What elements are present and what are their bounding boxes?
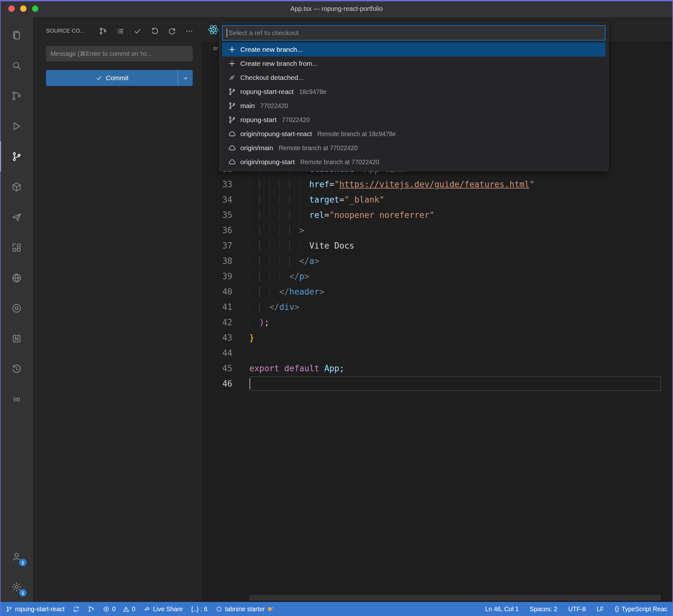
code-line[interactable]: 38 </a>	[202, 253, 673, 269]
activity-bar-item-organization[interactable]	[0, 263, 33, 293]
quick-pick-item[interactable]: origin/mainRemote branch at 77022420	[222, 141, 606, 155]
quick-pick-item[interactable]: ropung-start-react18c9478e	[222, 85, 606, 99]
indentation-status[interactable]: Spaces: 2	[529, 605, 557, 613]
discard-history-icon	[151, 27, 159, 35]
commit-message-input[interactable]: Message (⌘Enter to commit on 'ro...	[46, 46, 193, 61]
cursor-position-status[interactable]: Ln 46, Col 1	[485, 605, 519, 613]
code-lines: 32 className="App-link"33 href="https://…	[202, 162, 673, 391]
more-button[interactable]	[185, 27, 193, 35]
quick-pick-item[interactable]: Checkout detached...	[222, 71, 606, 85]
remote-rocket-icon	[11, 212, 22, 223]
code-line[interactable]: 41 </div>	[202, 299, 673, 315]
list-tree-button[interactable]	[116, 27, 124, 35]
close-window-button[interactable]	[8, 5, 15, 12]
activity-bar-item-source-control[interactable]	[0, 141, 33, 172]
sync-status[interactable]	[73, 606, 79, 612]
commit-dropdown-button[interactable]	[178, 70, 193, 86]
more-icon	[185, 27, 193, 35]
status-item-label: TypeScript Reac	[622, 605, 667, 613]
tabnine-status[interactable]: tabnine starter☛	[216, 605, 274, 613]
language-mode-status[interactable]: {}TypeScript Reac	[615, 605, 667, 613]
code-line[interactable]: 37 Vite Docs	[202, 238, 673, 253]
play-circle-icon	[11, 303, 22, 314]
graph-button[interactable]	[99, 27, 107, 35]
check-button[interactable]	[134, 27, 142, 35]
activity-bar-item-run-debug[interactable]	[0, 111, 33, 141]
activity-bar-item-git-graph[interactable]	[0, 80, 33, 111]
live-share-status[interactable]: Live Share	[144, 605, 183, 613]
package-icon	[11, 182, 22, 192]
status-item-label: ropung-start-react	[15, 605, 64, 613]
status-item-label: 0	[112, 605, 116, 613]
code-line[interactable]: 42 );	[202, 315, 673, 330]
history-icon	[11, 364, 22, 374]
activity-bar-item-settings-gear[interactable]: 1	[0, 572, 33, 602]
code-text: </div>	[249, 299, 299, 315]
activity-bar-item-extensions[interactable]	[0, 232, 33, 263]
problems-status[interactable]: 00	[103, 605, 136, 613]
commit-button-main[interactable]: Commit	[46, 74, 178, 82]
activity-bar-item-search[interactable]	[0, 50, 33, 80]
activity-bar-item-files[interactable]	[0, 20, 33, 50]
line-number: 42	[202, 315, 232, 330]
code-line[interactable]: 40 </header>	[202, 284, 673, 299]
code-line[interactable]: 36 >	[202, 223, 673, 238]
notion-icon	[11, 333, 22, 344]
cloud-icon	[228, 144, 236, 152]
eol-status[interactable]: LF	[597, 605, 604, 613]
minimize-window-button[interactable]	[20, 5, 26, 12]
quick-pick-item-description: Remote branch at 77022420	[300, 159, 379, 166]
window-accent-border-left	[0, 0, 1, 616]
code-text: </a>	[249, 253, 319, 269]
quick-pick-item[interactable]: Create new branch...	[222, 42, 606, 56]
refresh-button[interactable]	[168, 27, 176, 35]
quick-pick-item[interactable]: origin/ropung-startRemote branch at 7702…	[222, 155, 606, 169]
commit-button[interactable]: Commit	[46, 70, 193, 86]
code-line[interactable]: 45export default App;	[202, 361, 673, 376]
activity-bar-item-history[interactable]	[0, 354, 33, 384]
line-number: 45	[202, 361, 232, 376]
activity-bar-item-play-circle[interactable]	[0, 293, 33, 323]
quick-pick-item[interactable]: Create new branch from...	[222, 56, 606, 71]
chevron-down-icon	[182, 75, 189, 81]
sync-icon	[73, 606, 79, 612]
snippets-status[interactable]: {..} : 6	[191, 605, 207, 613]
code-line[interactable]: 39 </p>	[202, 269, 673, 284]
horizontal-scrollbar[interactable]	[249, 595, 661, 601]
status-item-label: Live Share	[153, 605, 183, 613]
quick-pick-item[interactable]: ropung-start77022420	[222, 113, 606, 127]
sidebar-header: SOURCE CO...	[33, 24, 202, 38]
scm-status[interactable]	[88, 606, 94, 612]
line-number: 46	[202, 376, 232, 391]
quick-pick-item[interactable]: main77022420	[222, 99, 606, 113]
activity-bar-item-accounts[interactable]: 1	[0, 541, 33, 572]
encoding-status[interactable]: UTF-8	[568, 605, 586, 613]
code-line[interactable]: 43}	[202, 330, 673, 345]
line-number: 40	[202, 284, 232, 299]
quick-pick-item-description: 18c9478e	[299, 88, 326, 95]
activity-bar-item-remote-rocket[interactable]	[0, 202, 33, 232]
zoom-window-button[interactable]	[32, 5, 38, 12]
react-file-icon	[208, 24, 219, 35]
activity-bar-item-package[interactable]	[0, 172, 33, 202]
line-number: 41	[202, 299, 232, 315]
quick-pick-item[interactable]: origin/ropung-start-reactRemote branch a…	[222, 127, 606, 141]
code-line[interactable]: 44	[202, 345, 673, 361]
branch-status[interactable]: ropung-start-react	[6, 605, 64, 613]
activity-bar-item-audio-tools[interactable]	[0, 384, 33, 414]
code-line[interactable]: 34 target="_blank"	[202, 192, 673, 207]
window-accent-border-top	[0, 0, 673, 1]
activity-bar-item-notion[interactable]	[0, 323, 33, 354]
code-line[interactable]: 35 rel="noopener noreferrer"	[202, 207, 673, 223]
window-title: App.tsx — ropung-react-portfolio	[0, 5, 673, 12]
line-number: 39	[202, 269, 232, 284]
check-icon	[134, 27, 142, 35]
quick-pick-item-label: Checkout detached...	[240, 74, 303, 81]
code-line[interactable]: 33 href="https://vitejs.dev/guide/featur…	[202, 177, 673, 192]
code-text: >	[249, 223, 304, 238]
ref-search-input[interactable]: Select a ref to checkout	[222, 25, 606, 41]
branch-icon	[228, 116, 236, 124]
code-line[interactable]: 46	[202, 376, 673, 391]
discard-history-button[interactable]	[151, 27, 159, 35]
check-icon	[95, 74, 102, 81]
